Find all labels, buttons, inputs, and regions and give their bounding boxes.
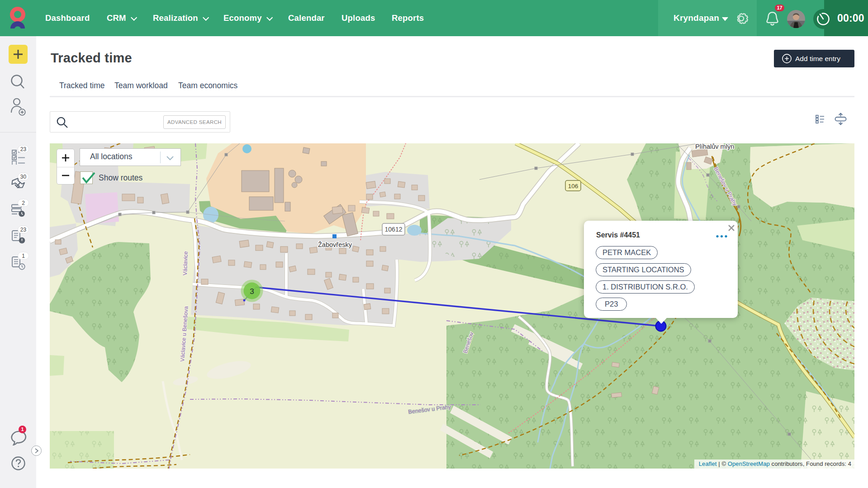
svg-text:Plíhalův mlýn: Plíhalův mlýn — [695, 143, 734, 150]
svg-text:10612: 10612 — [385, 226, 403, 233]
svg-text:Václavice: Václavice — [182, 251, 189, 275]
svg-text:106: 106 — [568, 183, 579, 190]
svg-text:Žabovřesky: Žabovřesky — [318, 241, 352, 248]
svg-text:3: 3 — [250, 287, 254, 296]
